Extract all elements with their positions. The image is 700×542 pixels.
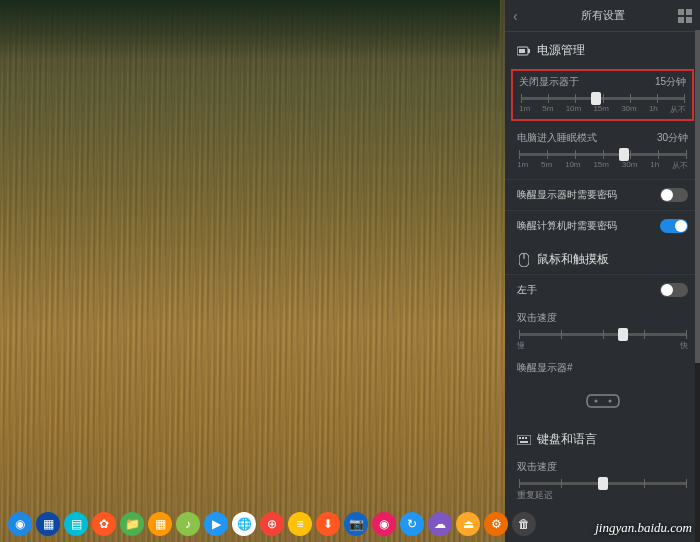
dock-item-15[interactable]: ☁ (428, 512, 452, 536)
sleep-slider[interactable] (519, 153, 686, 156)
power-title: 电源管理 (537, 42, 585, 59)
svg-rect-7 (517, 435, 531, 445)
dock-item-1[interactable]: ▦ (36, 512, 60, 536)
wake-computer-pw-toggle[interactable] (660, 219, 688, 233)
sleep-group: 电脑进入睡眠模式 30分钟 1m5m10m15m30m1h从不 (505, 125, 700, 179)
scrollbar-thumb[interactable] (695, 30, 700, 363)
panel-title: 所有设置 (581, 8, 625, 23)
svg-rect-9 (522, 437, 524, 439)
repeat-slider[interactable] (519, 482, 686, 485)
sleep-label: 电脑进入睡眠模式 (517, 131, 597, 145)
svg-rect-11 (520, 441, 528, 443)
repeat-sublabel: 重复延迟 (517, 489, 688, 502)
dock-item-12[interactable]: 📷 (344, 512, 368, 536)
mouse-icon (517, 253, 531, 267)
display-off-thumb[interactable] (591, 92, 601, 105)
dock-item-9[interactable]: ⊕ (260, 512, 284, 536)
wake-computer-pw-row: 唤醒计算机时需要密码 (505, 210, 700, 241)
keyboard-title: 键盘和语言 (537, 431, 597, 448)
panel-scrollbar[interactable] (695, 30, 700, 542)
display-off-label: 关闭显示器于 (519, 75, 579, 89)
mouse-section-header: 鼠标和触摸板 (505, 241, 700, 274)
repeat-group: 双击速度 重复延迟 (505, 454, 700, 510)
dock-item-2[interactable]: ▤ (64, 512, 88, 536)
keyboard-section-header: 键盘和语言 (505, 421, 700, 454)
wake-display-pw-row: 唤醒显示器时需要密码 (505, 179, 700, 210)
svg-rect-1 (528, 49, 530, 53)
dock-item-13[interactable]: ◉ (372, 512, 396, 536)
panel-header: ‹ 所有设置 (505, 0, 700, 32)
wake-display-pw-toggle[interactable] (660, 188, 688, 202)
grid-icon[interactable] (678, 9, 692, 23)
dock-item-4[interactable]: 📁 (120, 512, 144, 536)
dock-item-16[interactable]: ⏏ (456, 512, 480, 536)
display-off-slider[interactable] (521, 97, 684, 100)
dock-item-17[interactable]: ⚙ (484, 512, 508, 536)
svg-rect-10 (525, 437, 527, 439)
controller-icon (505, 383, 700, 421)
sleep-thumb[interactable] (619, 148, 629, 161)
dblclick-high: 快 (680, 340, 688, 351)
left-hand-toggle[interactable] (660, 283, 688, 297)
display-off-ticks: 1m5m10m15m30m1h从不 (519, 104, 686, 115)
dblclick-group: 双击速度 慢 快 (505, 305, 700, 359)
svg-rect-2 (519, 49, 525, 53)
wake-display-label: 唤醒显示器# (517, 362, 573, 373)
display-off-group-highlight: 关闭显示器于 15分钟 1m5m10m15m30m1h从不 (511, 69, 694, 121)
dock-item-11[interactable]: ⬇ (316, 512, 340, 536)
desktop-wallpaper: ‹ 所有设置 电源管理 关闭显示器于 15分钟 1m5m10m15m30m1h从… (0, 0, 700, 542)
watermark: jingyan.baidu.com (595, 520, 692, 536)
dock-item-14[interactable]: ↻ (400, 512, 424, 536)
repeat-thumb[interactable] (598, 477, 608, 490)
display-off-value: 15分钟 (655, 75, 686, 89)
dock-item-18[interactable]: 🗑 (512, 512, 536, 536)
dock: ◉▦▤✿📁▦♪▶🌐⊕≡⬇📷◉↻☁⏏⚙🗑 (4, 510, 500, 538)
dock-item-6[interactable]: ♪ (176, 512, 200, 536)
left-hand-label: 左手 (517, 283, 537, 297)
power-section-header: 电源管理 (505, 32, 700, 65)
settings-panel: ‹ 所有设置 电源管理 关闭显示器于 15分钟 1m5m10m15m30m1h从… (505, 0, 700, 542)
dblclick-label: 双击速度 (517, 311, 557, 325)
wake-computer-pw-label: 唤醒计算机时需要密码 (517, 219, 617, 233)
sleep-ticks: 1m5m10m15m30m1h从不 (517, 160, 688, 171)
dock-item-5[interactable]: ▦ (148, 512, 172, 536)
svg-point-6 (608, 400, 611, 403)
left-hand-row: 左手 (505, 274, 700, 305)
wake-display-pw-label: 唤醒显示器时需要密码 (517, 188, 617, 202)
wake-display-label-row: 唤醒显示器# (505, 359, 700, 383)
keyboard-icon (517, 433, 531, 447)
mouse-title: 鼠标和触摸板 (537, 251, 609, 268)
sleep-value: 30分钟 (657, 131, 688, 145)
dock-item-7[interactable]: ▶ (204, 512, 228, 536)
dock-item-10[interactable]: ≡ (288, 512, 312, 536)
battery-icon (517, 44, 531, 58)
dock-item-0[interactable]: ◉ (8, 512, 32, 536)
dblclick-slider[interactable] (519, 333, 686, 336)
dock-item-8[interactable]: 🌐 (232, 512, 256, 536)
svg-point-5 (594, 400, 597, 403)
repeat-label: 双击速度 (517, 460, 557, 474)
svg-rect-8 (519, 437, 521, 439)
dblclick-low: 慢 (517, 340, 525, 351)
dblclick-thumb[interactable] (618, 328, 628, 341)
back-icon[interactable]: ‹ (513, 8, 518, 24)
dock-item-3[interactable]: ✿ (92, 512, 116, 536)
